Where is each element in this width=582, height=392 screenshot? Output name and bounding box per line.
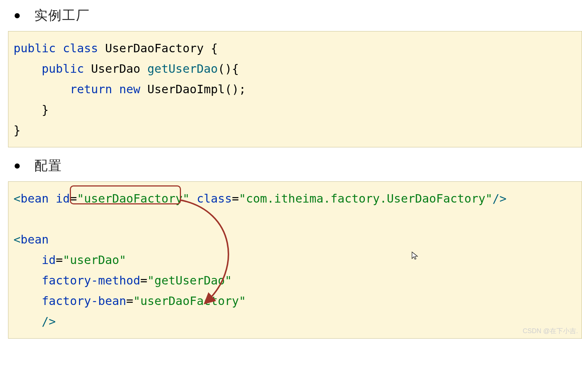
java-code-block: public class UserDaoFactory { public Use…: [8, 31, 582, 147]
xml-code-content: <bean id="userDaoFactory" class="com.ith…: [14, 188, 577, 332]
section-header-config: 配置: [0, 150, 582, 178]
bullet-icon: [15, 13, 20, 18]
section-header-instance-factory: 实例工厂: [0, 0, 582, 28]
java-code-content: public class UserDaoFactory { public Use…: [14, 38, 577, 140]
header-text: 实例工厂: [34, 7, 90, 24]
bullet-icon: [15, 163, 20, 169]
watermark-text: CSDN @在下小吉.: [523, 325, 578, 337]
header-text: 配置: [34, 157, 62, 175]
xml-code-block: <bean id="userDaoFactory" class="com.ith…: [8, 181, 582, 339]
